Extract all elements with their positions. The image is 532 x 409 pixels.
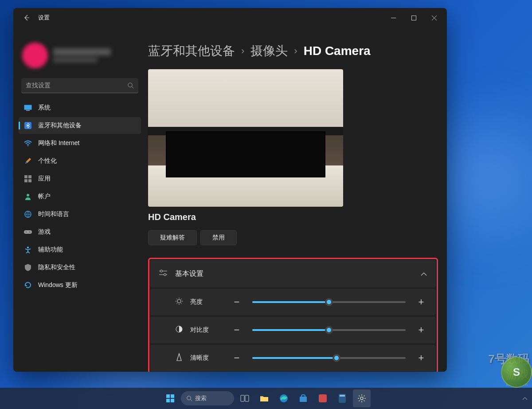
panel-title: 基本设置 (175, 269, 203, 279)
gamepad-icon (24, 228, 32, 236)
nav-time-language[interactable]: 时间和语言 (19, 206, 141, 223)
panel-header[interactable]: 基本设置 (150, 260, 436, 287)
increase-button[interactable]: + (415, 324, 427, 336)
titlebar: 设置 (13, 8, 447, 28)
svg-point-10 (27, 194, 29, 197)
breadcrumb-mid[interactable]: 摄像头 (250, 43, 288, 59)
contrast-slider[interactable] (252, 329, 406, 331)
svg-rect-7 (28, 175, 31, 178)
increase-button[interactable]: + (415, 352, 427, 364)
svg-rect-3 (26, 110, 30, 111)
sidebar: 查找设置 系统 蓝牙和其他设备 网络和 Internet (13, 28, 146, 372)
chevron-right-icon: › (294, 45, 297, 57)
nav-label: 时间和语言 (38, 210, 69, 218)
svg-rect-21 (171, 394, 174, 398)
nav-apps[interactable]: 应用 (19, 170, 141, 187)
brightness-slider[interactable] (252, 301, 406, 303)
avatar (22, 43, 48, 68)
settings-icon[interactable] (353, 389, 371, 407)
breadcrumb: 蓝牙和其他设备 › 摄像头 › HD Camera (148, 43, 438, 59)
svg-point-18 (177, 299, 181, 303)
user-account[interactable] (17, 43, 143, 76)
svg-point-14 (29, 232, 30, 232)
camera-name: HD Camera (148, 212, 438, 222)
decrease-button[interactable]: − (231, 352, 243, 364)
nav-gaming[interactable]: 游戏 (19, 224, 141, 240)
back-button[interactable] (20, 11, 34, 25)
taskbar-search[interactable]: 搜索 (181, 391, 234, 405)
nav-label: 隐私和安全性 (38, 263, 75, 271)
nav-list: 系统 蓝牙和其他设备 网络和 Internet 个性化 应用 (17, 99, 143, 294)
breadcrumb-current: HD Camera (304, 44, 371, 58)
svg-point-16 (160, 270, 163, 272)
nav-label: 辅助功能 (38, 246, 63, 254)
nav-label: 帐户 (38, 193, 51, 201)
chevron-right-icon: › (241, 45, 244, 57)
brush-icon (24, 157, 32, 165)
increase-button[interactable]: + (415, 296, 427, 308)
svg-point-1 (128, 83, 132, 87)
nav-label: 系统 (38, 104, 51, 112)
globe-icon (24, 210, 32, 218)
close-button[interactable] (424, 11, 444, 25)
store-icon[interactable] (294, 389, 312, 407)
brightness-row: 亮度 − + (150, 289, 436, 315)
svg-rect-32 (340, 395, 345, 397)
search-placeholder: 查找设置 (26, 82, 127, 90)
nav-bluetooth[interactable]: 蓝牙和其他设备 (19, 117, 141, 134)
slider-label: 亮度 (190, 298, 225, 306)
svg-rect-26 (245, 395, 249, 401)
start-button[interactable] (161, 389, 179, 407)
user-name (53, 48, 111, 55)
sharpness-slider[interactable] (252, 357, 406, 359)
wifi-icon (24, 139, 32, 147)
contrast-row: 对比度 − + (150, 317, 436, 343)
nav-label: 个性化 (38, 157, 57, 165)
nav-label: 游戏 (38, 228, 51, 236)
camera-preview (148, 69, 343, 207)
task-view[interactable] (236, 389, 254, 407)
search-icon (127, 82, 134, 89)
brightness-icon (174, 297, 184, 307)
nav-update[interactable]: Windows 更新 (19, 277, 141, 294)
search-input[interactable]: 查找设置 (21, 78, 138, 93)
nav-accounts[interactable]: 帐户 (19, 188, 141, 205)
nav-accessibility[interactable]: 辅助功能 (19, 241, 141, 258)
content: 蓝牙和其他设备 › 摄像头 › HD Camera HD Camera 疑难解答… (146, 28, 447, 372)
chevron-up-icon (522, 397, 528, 400)
watermark-logo: S (501, 357, 532, 388)
svg-rect-12 (24, 230, 32, 234)
nav-label: Windows 更新 (38, 281, 78, 289)
svg-rect-30 (319, 394, 327, 402)
app-icon[interactable] (314, 389, 332, 407)
maximize-button[interactable] (403, 11, 424, 25)
nav-personalization[interactable]: 个性化 (19, 153, 141, 169)
decrease-button[interactable]: − (231, 296, 243, 308)
edge-icon[interactable] (275, 389, 293, 407)
system-tray[interactable] (522, 397, 528, 400)
svg-rect-6 (24, 175, 27, 178)
troubleshoot-button[interactable]: 疑难解答 (148, 230, 197, 245)
search-icon (186, 395, 192, 401)
breadcrumb-root[interactable]: 蓝牙和其他设备 (148, 43, 235, 59)
window-title: 设置 (38, 14, 50, 22)
settings-window: 设置 查找设置 系统 (13, 8, 447, 372)
calculator-icon[interactable] (333, 389, 351, 407)
minimize-button[interactable] (383, 11, 403, 25)
apps-icon (24, 175, 32, 183)
svg-point-13 (26, 232, 27, 232)
contrast-icon (174, 325, 184, 335)
svg-rect-29 (300, 397, 307, 402)
nav-network[interactable]: 网络和 Internet (19, 135, 141, 152)
decrease-button[interactable]: − (231, 324, 243, 336)
disable-button[interactable]: 禁用 (200, 230, 237, 245)
update-icon (24, 281, 32, 289)
nav-privacy[interactable]: 隐私和安全性 (19, 259, 141, 276)
svg-point-15 (27, 247, 29, 248)
nav-system[interactable]: 系统 (19, 99, 141, 116)
user-email (53, 57, 98, 63)
svg-rect-8 (24, 179, 27, 182)
sharpness-row: 清晰度 − + (150, 345, 436, 371)
explorer-icon[interactable] (255, 389, 273, 407)
slider-label: 清晰度 (190, 354, 225, 362)
